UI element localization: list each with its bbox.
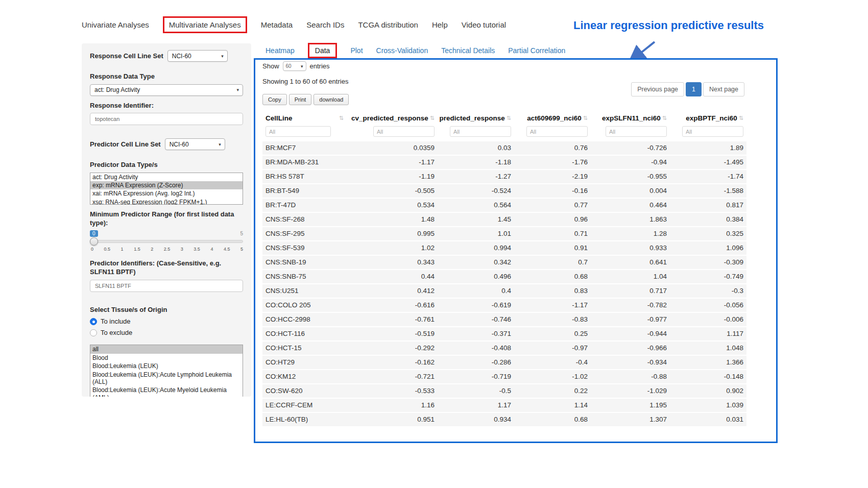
cell-line-name: CO:KM12 [262,370,347,384]
col-header-label: expBPTF_nci60 [686,114,737,122]
table-row[interactable]: CNS:SF-2950.9951.010.711.280.325 [262,227,746,241]
predictor-option-act-drug-activity[interactable]: act: Drug Activity [90,173,243,181]
cell-line-name: CNS:SF-539 [262,241,347,255]
predictor-option-xsq-rna-seq-expression-log2-fpkm-1[interactable]: xsq: RNA-seq Expression (log2 FPKM+1.) [90,198,243,205]
table-row[interactable]: CO:HCT-15-0.292-0.408-0.97-0.9661.048 [262,341,746,355]
tissue-option-blood-leukemia-leuk-acute-lymphoid-leukemia-all[interactable]: Blood:Leukemia (LEUK):Acute Lymphoid Leu… [90,371,243,386]
tissue-option-blood[interactable]: Blood [90,354,243,362]
filter-input-expbptf-nci60[interactable] [682,126,743,137]
slider-track[interactable] [90,240,243,243]
table-row[interactable]: CNS:SF-2681.481.450.961.8630.384 [262,212,746,227]
table-row[interactable]: CNS:SNB-750.440.4960.681.04-0.749 [262,270,746,284]
tab-heatmap[interactable]: Heatmap [266,46,295,55]
sort-icon[interactable]: ⇅ [739,115,743,121]
tissue-radio-to-exclude[interactable]: To exclude [90,329,243,336]
slider-handle[interactable] [90,237,98,246]
col-header-label: expSLFN11_nci60 [602,114,661,122]
table-row[interactable]: CO:HCC-2998-0.761-0.746-0.83-0.977-0.006 [262,312,746,327]
sort-icon[interactable]: ⇅ [339,115,344,121]
nav-item-video-tutorial[interactable]: Video tutorial [462,20,506,29]
sort-icon[interactable]: ⇅ [583,115,588,121]
filter-input-cv-predicted-response[interactable] [373,126,435,137]
col-header-cv-predicted-response[interactable]: cv_predicted_response⇅ [347,110,438,126]
tissue-option-all[interactable]: all [90,345,243,353]
response-cell-line-set-select[interactable]: NCI-60 ▾ [167,50,228,62]
predictor-data-types-listbox[interactable]: act: Drug Activityexp: mRNA Expression (… [90,173,243,205]
nav-item-tcga-distribution[interactable]: TCGA distribution [358,20,418,29]
response-identifier-input[interactable] [90,113,243,125]
predictor-cell-line-set-select[interactable]: NCI-60 ▾ [165,138,225,150]
cell-value: 1.14 [514,398,591,412]
tissue-radio-to-include[interactable]: To include [90,318,243,325]
nav-item-multivariate-analyses[interactable]: Multivariate Analyses [163,16,247,33]
previous-page-button[interactable]: Previous page [631,82,684,96]
predictor-option-xai-mrna-expression-avg-log2-int[interactable]: xai: mRNA Expression (Avg. log2 Int.) [90,189,243,198]
table-row[interactable]: CNS:SNB-190.3430.3420.70.641-0.309 [262,255,746,270]
table-row[interactable]: CO:COLO 205-0.616-0.619-1.17-0.782-0.056 [262,298,746,312]
radio-icon[interactable] [90,318,97,325]
table-row[interactable]: BR:HS 578T-1.19-1.27-2.19-0.955-1.74 [262,169,746,184]
download-button[interactable]: download [314,94,349,105]
cell-value: -0.955 [591,169,670,184]
filter-input-act609699-nci60[interactable] [526,126,588,137]
next-page-button[interactable]: Next page [703,82,744,96]
slider-tick-label: 5 [240,247,243,252]
copy-button[interactable]: Copy [262,94,287,105]
nav-item-univariate-analyses[interactable]: Univariate Analyses [82,20,149,29]
tab-plot[interactable]: Plot [350,46,363,55]
nav-item-metadata[interactable]: Metadata [261,20,293,29]
col-header-expslfn11-nci60[interactable]: expSLFN11_nci60⇅ [591,110,670,126]
col-header-expbptf-nci60[interactable]: expBPTF_nci60⇅ [670,110,746,126]
col-header-cellline[interactable]: CellLine⇅ [262,110,347,126]
entries-select[interactable]: 60 ▾ [283,61,306,71]
cell-value: 1.096 [670,241,746,255]
sort-icon[interactable]: ⇅ [507,115,511,121]
response-data-type-select[interactable]: act: Drug Activity ▾ [90,84,243,96]
tab-data[interactable]: Data [308,43,337,58]
sort-icon[interactable]: ⇅ [662,115,667,121]
cell-value: 0.25 [514,327,591,341]
tissue-listbox[interactable]: allBloodBlood:Leukemia (LEUK)Blood:Leuke… [90,345,243,397]
table-row[interactable]: CO:HCT-116-0.519-0.3710.25-0.9441.117 [262,327,746,341]
table-row[interactable]: BR:MDA-MB-231-1.17-1.18-1.76-0.94-1.495 [262,155,746,169]
print-button[interactable]: Print [289,94,312,105]
page-number-button[interactable]: 1 [686,82,702,96]
sort-icon[interactable]: ⇅ [430,115,435,121]
filter-cell-expbptf-nci60 [670,126,746,141]
table-row[interactable]: CO:KM12-0.721-0.719-1.02-0.88-0.148 [262,370,746,384]
cell-value: -0.519 [347,327,438,341]
table-row[interactable]: BR:MCF70.03590.030.76-0.7261.89 [262,141,746,155]
filter-input-expslfn11-nci60[interactable] [606,126,667,137]
nav-item-search-ids[interactable]: Search IDs [306,20,344,29]
cell-value: 1.16 [347,398,438,412]
filter-input-predicted-response[interactable] [450,126,511,137]
table-row[interactable]: CNS:U2510.4120.40.830.717-0.3 [262,284,746,298]
table-row[interactable]: BR:T-47D0.5340.5640.770.4640.817 [262,198,746,212]
table-row[interactable]: CO:HT29-0.162-0.286-0.4-0.9341.366 [262,355,746,370]
predictor-identifiers-input[interactable] [90,280,243,292]
tab-cross-validation[interactable]: Cross-Validation [376,46,428,55]
nav-item-help[interactable]: Help [432,20,448,29]
cell-value: -1.17 [347,155,438,169]
tab-technical-details[interactable]: Technical Details [441,46,495,55]
predictor-option-exp-mrna-expression-z-score[interactable]: exp: mRNA Expression (Z-Score) [90,181,243,189]
tissue-option-blood-leukemia-leuk[interactable]: Blood:Leukemia (LEUK) [90,362,243,370]
predictor-cell-line-set-label: Predictor Cell Line Set [90,140,161,149]
col-header-act609699-nci60[interactable]: act609699_nci60⇅ [514,110,591,126]
cell-value: 0.534 [347,198,438,212]
cell-value: 0.22 [514,384,591,398]
radio-icon[interactable] [90,329,97,336]
table-row[interactable]: LE:CCRF-CEM1.161.171.141.1951.039 [262,398,746,412]
table-row[interactable]: LE:HL-60(TB)0.9510.9340.681.3070.031 [262,412,746,427]
cell-value: 0.76 [514,141,591,155]
col-header-predicted-response[interactable]: predicted_response⇅ [438,110,514,126]
table-row[interactable]: CO:SW-620-0.533-0.50.22-1.0290.902 [262,384,746,398]
tab-partial-correlation[interactable]: Partial Correlation [508,46,565,55]
table-row[interactable]: BR:BT-549-0.505-0.524-0.160.004-1.588 [262,184,746,198]
table-filter-row [262,126,746,141]
response-data-type-label: Response Data Type [90,72,243,81]
top-nav: Univariate AnalysesMultivariate Analyses… [82,16,506,33]
tissue-option-blood-leukemia-leuk-acute-myeloid-leukemia-aml[interactable]: Blood:Leukemia (LEUK):Acute Myeloid Leuk… [90,386,243,397]
table-row[interactable]: CNS:SF-5391.020.9940.910.9331.096 [262,241,746,255]
filter-input-cellline[interactable] [266,126,331,137]
